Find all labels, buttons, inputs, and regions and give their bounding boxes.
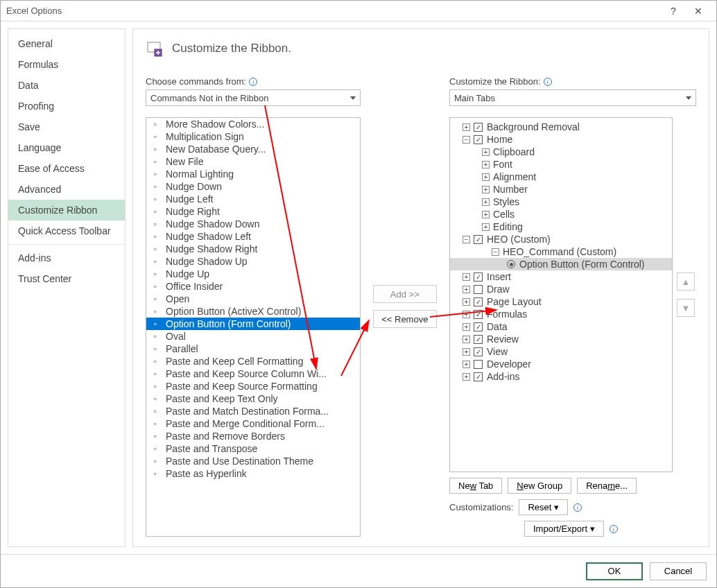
remove-button[interactable]: << Remove	[373, 310, 437, 328]
expand-icon[interactable]: +	[463, 273, 470, 281]
command-item[interactable]: ▫Paste and Keep Text Only	[146, 392, 360, 405]
expand-icon[interactable]: +	[482, 148, 490, 156]
command-item[interactable]: ▫Nudge Up	[146, 268, 360, 280]
expand-icon[interactable]: +	[482, 186, 490, 193]
command-item[interactable]: ▫Normal Lighting	[146, 168, 360, 180]
command-item[interactable]: ▫Paste and Remove Borders	[146, 430, 360, 442]
checkbox[interactable]	[474, 235, 483, 244]
help-button[interactable]: ?	[661, 1, 686, 21]
choose-commands-dropdown[interactable]: Commands Not in the Ribbon	[146, 89, 361, 106]
tree-node[interactable]: +Styles	[450, 196, 672, 208]
commands-listbox[interactable]: ▫More Shadow Colors...▫Multiplication Si…	[146, 117, 361, 537]
command-item[interactable]: ▫Paste and Keep Source Formatting	[146, 380, 360, 392]
command-item[interactable]: ▫Option Button (Form Control)	[146, 318, 360, 330]
sidebar-item-customize-ribbon[interactable]: Customize Ribbon	[8, 200, 125, 220]
close-button[interactable]: ✕	[686, 1, 711, 21]
checkbox[interactable]	[474, 322, 483, 331]
sidebar-item-add-ins[interactable]: Add-ins	[8, 248, 125, 268]
checkbox[interactable]	[474, 123, 483, 132]
command-item[interactable]: ▫Nudge Right	[146, 205, 360, 218]
checkbox[interactable]	[474, 347, 483, 356]
tree-node[interactable]: +Editing	[450, 220, 672, 233]
expand-icon[interactable]: +	[463, 286, 470, 293]
tree-node[interactable]: +Developer	[450, 358, 672, 370]
reset-button[interactable]: Reset ▾	[519, 499, 568, 515]
command-item[interactable]: ▫Parallel	[146, 343, 360, 355]
cancel-button[interactable]: Cancel	[650, 562, 707, 580]
move-down-button[interactable]: ▼	[677, 299, 695, 317]
tree-node[interactable]: +Page Layout	[450, 295, 672, 308]
command-item[interactable]: ▫Office Insider	[146, 280, 360, 293]
expand-icon[interactable]: −	[463, 236, 470, 243]
sidebar-item-formulas[interactable]: Formulas	[8, 54, 125, 75]
command-item[interactable]: ▫Multiplication Sign	[146, 130, 360, 143]
command-item[interactable]: ▫Paste and Use Destination Theme	[146, 455, 360, 467]
command-item[interactable]: ▫Paste and Merge Conditional Form...	[146, 417, 360, 430]
sidebar-item-data[interactable]: Data	[8, 75, 125, 96]
ok-button[interactable]: OK	[586, 562, 643, 580]
import-export-button[interactable]: Import/Export ▾	[524, 521, 604, 537]
ribbon-tree[interactable]: +Background Removal−Home+Clipboard+Font+…	[449, 117, 673, 472]
tree-node[interactable]: +Font	[450, 158, 672, 171]
expand-icon[interactable]: +	[463, 348, 470, 356]
tree-node[interactable]: +Review	[450, 333, 672, 345]
checkbox[interactable]	[474, 273, 483, 282]
expand-icon[interactable]: +	[482, 223, 490, 231]
checkbox[interactable]	[474, 297, 483, 306]
expand-icon[interactable]: +	[463, 298, 470, 306]
customize-ribbon-dropdown[interactable]: Main Tabs	[449, 89, 696, 106]
tree-node[interactable]: −HEO_Command (Custom)	[450, 245, 672, 258]
info-icon[interactable]: i	[610, 525, 618, 533]
sidebar-item-general[interactable]: General	[8, 33, 125, 54]
command-item[interactable]: ▫Option Button (ActiveX Control)	[146, 305, 360, 318]
tree-node[interactable]: +Draw	[450, 283, 672, 295]
expand-icon[interactable]: +	[482, 198, 490, 206]
checkbox[interactable]	[474, 310, 483, 319]
tree-node[interactable]: +Formulas	[450, 308, 672, 320]
command-item[interactable]: ▫Nudge Shadow Right	[146, 243, 360, 255]
sidebar-item-language[interactable]: Language	[8, 137, 125, 158]
checkbox[interactable]	[474, 335, 483, 344]
tree-node[interactable]: Option Button (Form Control)	[450, 258, 672, 270]
expand-icon[interactable]: +	[463, 373, 470, 381]
checkbox[interactable]	[474, 360, 483, 369]
move-up-button[interactable]: ▲	[677, 273, 695, 291]
expand-icon[interactable]: +	[482, 211, 490, 218]
expand-icon[interactable]: −	[463, 136, 470, 144]
command-item[interactable]: ▫Nudge Shadow Down	[146, 218, 360, 230]
tree-node[interactable]: +Cells	[450, 208, 672, 220]
sidebar-item-proofing[interactable]: Proofing	[8, 96, 125, 116]
command-item[interactable]: ▫New Database Query...	[146, 143, 360, 155]
sidebar-item-trust-center[interactable]: Trust Center	[8, 268, 125, 289]
tree-node[interactable]: +Number	[450, 183, 672, 196]
expand-icon[interactable]: +	[482, 161, 490, 168]
command-item[interactable]: ▫Paste as Hyperlink	[146, 467, 360, 480]
tree-node[interactable]: +View	[450, 345, 672, 358]
command-item[interactable]: ▫Nudge Down	[146, 180, 360, 193]
command-item[interactable]: ▫Paste and Keep Source Column Wi...	[146, 368, 360, 380]
tree-node[interactable]: +Insert	[450, 270, 672, 283]
sidebar-item-advanced[interactable]: Advanced	[8, 179, 125, 200]
command-item[interactable]: ▫Nudge Shadow Left	[146, 230, 360, 243]
info-icon[interactable]: i	[249, 78, 257, 86]
command-item[interactable]: ▫More Shadow Colors...	[146, 118, 360, 130]
expand-icon[interactable]: −	[492, 248, 499, 256]
command-item[interactable]: ▫Paste and Transpose	[146, 442, 360, 455]
info-icon[interactable]: i	[573, 503, 582, 512]
checkbox[interactable]	[474, 285, 483, 294]
sidebar-item-save[interactable]: Save	[8, 116, 125, 137]
expand-icon[interactable]: +	[463, 336, 470, 343]
tree-node[interactable]: +Background Removal	[450, 121, 672, 133]
expand-icon[interactable]: +	[482, 173, 490, 181]
command-item[interactable]: ▫New File	[146, 155, 360, 168]
command-item[interactable]: ▫Paste and Match Destination Forma...	[146, 405, 360, 417]
tree-node[interactable]: +Clipboard	[450, 146, 672, 158]
command-item[interactable]: ▫Nudge Left	[146, 193, 360, 205]
tree-node[interactable]: +Data	[450, 320, 672, 333]
expand-icon[interactable]: +	[463, 311, 470, 318]
add-button[interactable]: Add >>	[373, 285, 437, 303]
tree-node[interactable]: −HEO (Custom)	[450, 233, 672, 245]
expand-icon[interactable]: +	[463, 123, 470, 131]
command-item[interactable]: ▫Nudge Shadow Up	[146, 255, 360, 268]
checkbox[interactable]	[474, 135, 483, 144]
